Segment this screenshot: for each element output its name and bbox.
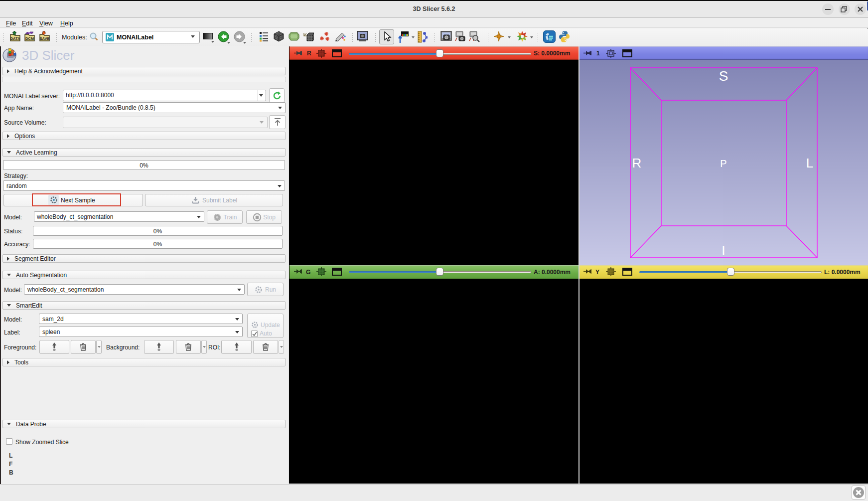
svg-text:SAVE: SAVE — [40, 36, 50, 41]
svg-text:DATA: DATA — [10, 36, 20, 41]
svg-text:I: I — [722, 243, 725, 258]
svg-text:R: R — [632, 156, 642, 170]
svg-text:L: L — [806, 156, 813, 170]
svg-text:P: P — [720, 158, 726, 169]
svg-text:S: S — [719, 68, 728, 84]
svg-text:DCM: DCM — [25, 36, 34, 41]
